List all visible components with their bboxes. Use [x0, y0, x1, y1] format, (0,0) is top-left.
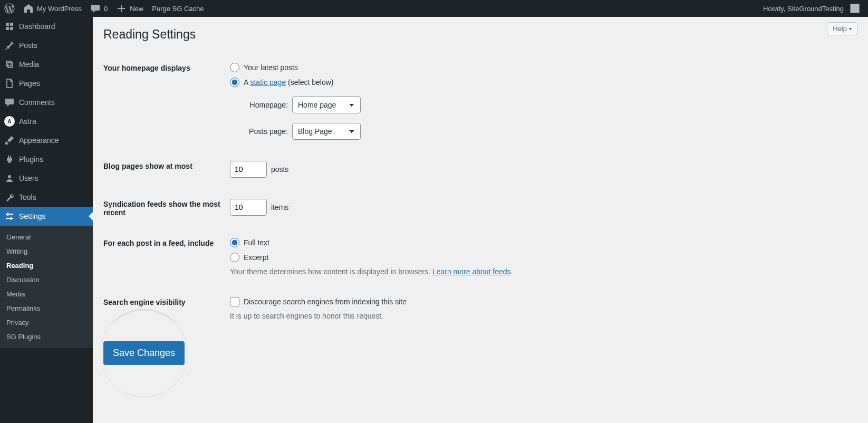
sidebar-item-astra[interactable]: Astra [0, 112, 93, 131]
radio-full-text-label: Full text [244, 238, 269, 247]
row-syndication: Syndication feeds show the most recent i… [103, 188, 857, 227]
astra-icon [4, 116, 15, 127]
checkbox-discourage-label: Discourage search engines from indexing … [244, 297, 407, 306]
wrench-icon [4, 192, 15, 203]
purge-cache[interactable]: Purge SG Cache [148, 0, 208, 17]
media-icon [4, 59, 15, 70]
sidebar-item-dashboard[interactable]: Dashboard [0, 17, 93, 36]
avatar [850, 4, 860, 13]
unit-posts: posts [271, 165, 288, 174]
user-icon [4, 173, 15, 184]
comments-link[interactable]: 0 [86, 0, 112, 17]
save-button[interactable]: Save Changes [103, 341, 185, 365]
learn-feeds-link[interactable]: Learn more about feeds [432, 267, 511, 276]
postspage-select-label: Posts page: [245, 127, 288, 136]
radio-static-page[interactable] [230, 78, 239, 87]
sidebar-item-pages[interactable]: Pages [0, 74, 93, 93]
sidebar-item-settings[interactable]: Settings [0, 207, 93, 226]
search-visibility-desc: It is up to search engines to honor this… [230, 312, 857, 320]
comments-count: 0 [104, 5, 108, 13]
submenu-general[interactable]: General [0, 230, 93, 244]
dashboard-icon [4, 21, 15, 32]
submenu-sg-plugins[interactable]: SG Plugins [0, 330, 93, 344]
static-page-link[interactable]: static page [250, 78, 286, 86]
wordpress-icon [4, 3, 15, 14]
site-name: My WordPress [37, 5, 82, 13]
submenu-writing[interactable]: Writing [0, 244, 93, 258]
sidebar-item-plugins[interactable]: Plugins [0, 150, 93, 169]
radio-static-page-label: A static page (select below) [244, 78, 333, 86]
row-search-visibility: Search engine visibility Discourage sear… [103, 286, 857, 331]
site-link[interactable]: My WordPress [19, 0, 86, 17]
submenu-privacy[interactable]: Privacy [0, 315, 93, 330]
radio-latest-posts[interactable] [230, 63, 239, 72]
pin-icon [4, 40, 15, 51]
submenu-permalinks[interactable]: Permalinks [0, 301, 93, 315]
radio-excerpt[interactable] [230, 253, 239, 262]
feed-description: Your theme determines how content is dis… [230, 267, 857, 276]
input-posts-per-page[interactable] [230, 161, 267, 178]
label-feed-include: For each post in a feed, include [103, 238, 230, 247]
homepage-select[interactable]: Home page [292, 97, 361, 113]
radio-latest-posts-label: Your latest posts [244, 63, 298, 72]
page-title: Reading Settings [103, 17, 857, 47]
label-search-visibility: Search engine visibility [103, 297, 230, 306]
sidebar-item-posts[interactable]: Posts [0, 36, 93, 55]
sidebar-item-appearance[interactable]: Appearance [0, 131, 93, 150]
brush-icon [4, 135, 15, 146]
label-syndication: Syndication feeds show the most recent [103, 199, 230, 217]
page-icon [4, 78, 15, 89]
label-blog-pages: Blog pages show at most [103, 161, 230, 170]
comment-icon [4, 97, 15, 108]
admin-sidebar: Dashboard Posts Media Pages Comments Ast… [0, 17, 93, 423]
help-toggle[interactable]: Help [827, 22, 857, 35]
new-content[interactable]: New [112, 0, 148, 17]
main-content: Help Reading Settings Your homepage disp… [93, 17, 868, 423]
howdy-text: Howdy, SiteGroundTesting [763, 5, 844, 13]
submenu-reading[interactable]: Reading [0, 258, 93, 273]
sliders-icon [4, 211, 15, 222]
label-homepage-displays: Your homepage displays [103, 63, 230, 72]
sidebar-item-users[interactable]: Users [0, 169, 93, 188]
input-syndication-items[interactable] [230, 199, 267, 216]
radio-full-text[interactable] [230, 238, 239, 247]
submenu-discussion[interactable]: Discussion [0, 273, 93, 287]
wp-logo[interactable] [0, 0, 19, 17]
account-link[interactable]: Howdy, SiteGroundTesting [759, 0, 864, 17]
plug-icon [4, 154, 15, 165]
row-homepage-displays: Your homepage displays Your latest posts… [103, 52, 857, 150]
home-icon [23, 3, 34, 14]
unit-items: items [271, 203, 288, 211]
comment-icon [90, 3, 101, 14]
new-label: New [130, 5, 143, 13]
row-blog-pages: Blog pages show at most posts [103, 150, 857, 188]
admin-toolbar: My WordPress 0 New Purge SG Cache Howdy,… [0, 0, 868, 17]
settings-submenu: General Writing Reading Discussion Media… [0, 226, 93, 348]
checkbox-discourage-search[interactable] [230, 297, 239, 306]
row-feed-include: For each post in a feed, include Full te… [103, 227, 857, 286]
sidebar-item-comments[interactable]: Comments [0, 93, 93, 112]
sidebar-item-media[interactable]: Media [0, 55, 93, 74]
postspage-select[interactable]: Blog Page [292, 123, 361, 140]
sidebar-item-tools[interactable]: Tools [0, 188, 93, 207]
submenu-media[interactable]: Media [0, 287, 93, 301]
radio-excerpt-label: Excerpt [244, 253, 268, 262]
homepage-select-label: Homepage: [245, 101, 288, 109]
svg-point-0 [8, 175, 11, 178]
plus-icon [116, 3, 127, 14]
